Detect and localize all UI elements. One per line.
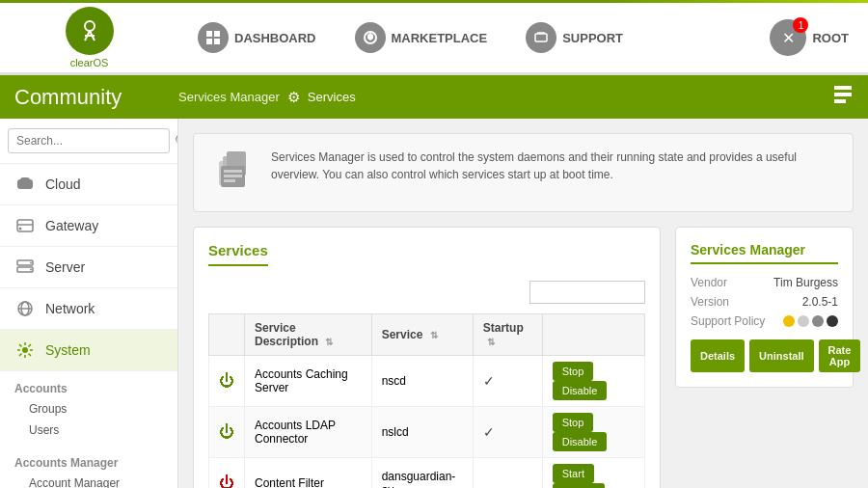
svg-point-17 [19,228,22,230]
svg-rect-4 [206,31,212,37]
actions-cell: Start Enable [542,458,644,489]
dot-4 [827,315,838,327]
search-input[interactable] [8,128,170,153]
main-layout: 🔍 Cloud Gateway Server [0,119,868,488]
description-cell: Content Filter [245,458,372,489]
status-cell: ⏻ [209,458,245,489]
svg-point-20 [30,262,32,264]
svg-rect-9 [535,34,547,41]
details-button[interactable]: Details [691,339,745,372]
vendor-label: Vendor [691,276,727,289]
svg-rect-30 [224,170,242,173]
gateway-icon [14,215,36,236]
sidebar-item-system[interactable]: System [0,330,177,371]
table-row: ⏻ Accounts Caching Server nscd ✓ Stop Di… [209,356,645,407]
community-title: Community [14,85,178,110]
root-badge: 1 [793,17,808,33]
accounts-manager-heading: Accounts Manager [0,450,177,473]
stop-button[interactable]: Stop [553,362,594,381]
svg-rect-31 [224,175,242,177]
startup-cell: ✓ [473,407,542,458]
uninstall-button[interactable]: Uninstall [749,339,813,372]
sort-service-icon: ⇅ [430,330,438,340]
col-actions [542,314,644,356]
sidebar-gateway-label: Gateway [45,218,98,233]
logo-area: clearOS [0,7,178,68]
breadcrumb-services-manager[interactable]: Services Manager [178,90,280,104]
col-service[interactable]: Service ⇅ [371,314,473,356]
sidebar-sub-accounts-manager: Accounts Manager Account Manager [0,446,177,488]
service-cell: nslcd [371,407,473,458]
breadcrumb-bar: Community Services Manager ⚙ Services [0,75,868,119]
svg-rect-12 [834,99,846,103]
sidebar-users[interactable]: Users [0,420,177,441]
sidebar-item-server[interactable]: Server [0,247,177,288]
status-cell: ⏻ [209,407,245,458]
table-row: ⏻ Accounts LDAP Connector nslcd ✓ Stop D… [209,407,645,458]
dashboard-icon [198,22,229,53]
sidebar-account-manager[interactable]: Account Manager [0,473,177,488]
sidebar-item-gateway[interactable]: Gateway [0,205,177,247]
sidebar-sub-accounts: Accounts Groups Users [0,371,177,446]
dot-1 [783,315,795,327]
nav-marketplace-label: MARKETPLACE [392,31,488,45]
status-cell: ⏻ [209,356,245,407]
manager-actions: Details Uninstall Rate App [691,339,838,372]
two-panels: Services Service Description ⇅ [193,227,854,488]
sidebar-cloud-label: Cloud [45,176,81,192]
sidebar: 🔍 Cloud Gateway Server [0,119,178,488]
actions-cell: Stop Disable [542,407,644,458]
startup-cell [473,458,542,489]
svg-rect-14 [20,177,30,183]
accounts-heading: Accounts [0,376,177,398]
sidebar-network-label: Network [45,301,95,316]
sidebar-server-label: Server [45,259,85,275]
svg-rect-7 [214,39,220,44]
col-startup[interactable]: Startup ⇅ [473,314,542,356]
manager-support-row: Support Policy [691,314,838,328]
svg-point-25 [22,347,28,353]
col-description-label: Service Description [255,321,318,348]
actions-cell: Stop Disable [542,356,644,407]
services-panel: Services Service Description ⇅ [193,227,661,488]
breadcrumb-nav: Services Manager ⚙ Services [178,89,356,106]
startup-check: ✓ [483,373,495,389]
col-description[interactable]: Service Description ⇅ [245,314,372,356]
nav-support[interactable]: SUPPORT [506,14,642,61]
manager-card-title: Services Manager [691,242,838,264]
nav-support-label: SUPPORT [562,31,623,45]
rate-app-button[interactable]: Rate App [819,339,861,372]
network-icon [14,298,36,319]
disable-button[interactable]: Disable [553,432,608,451]
root-menu[interactable]: ✕ 1 ROOT [770,19,868,56]
sidebar-item-cloud[interactable]: Cloud [0,164,177,205]
enable-button[interactable]: Enable [553,483,605,488]
manager-card: Services Manager Vendor Tim Burgess Vers… [675,227,854,388]
nav-marketplace[interactable]: MARKETPLACE [336,14,507,61]
services-filter-input[interactable] [529,281,645,304]
service-cell: dansguardian-av [371,458,473,489]
col-service-label: Service [382,328,423,341]
manager-version-row: Version 2.0.5-1 [691,295,838,309]
sidebar-item-network[interactable]: Network [0,288,177,330]
disable-button[interactable]: Disable [553,381,608,400]
service-cell: nscd [371,356,473,407]
nav-dashboard-label: DASHBOARD [234,31,316,45]
nav-dashboard[interactable]: DASHBOARD [178,14,336,61]
dot-2 [798,315,809,327]
root-label: ROOT [812,31,849,45]
svg-point-0 [85,21,95,31]
start-button[interactable]: Start [553,464,594,483]
search-filter [208,281,645,304]
status-running-icon: ⏻ [219,372,234,389]
services-title: Services [208,242,268,266]
breadcrumb-gear-icon: ⚙ [287,89,300,106]
manager-vendor-row: Vendor Tim Burgess [691,276,838,289]
sidebar-groups[interactable]: Groups [0,398,177,420]
info-text: Services Manager is used to control the … [271,149,838,183]
stop-button[interactable]: Stop [553,413,594,432]
support-icon [526,22,556,53]
description-cell: Accounts Caching Server [245,356,372,407]
startup-check: ✓ [483,424,495,440]
root-icon: ✕ 1 [770,19,806,56]
